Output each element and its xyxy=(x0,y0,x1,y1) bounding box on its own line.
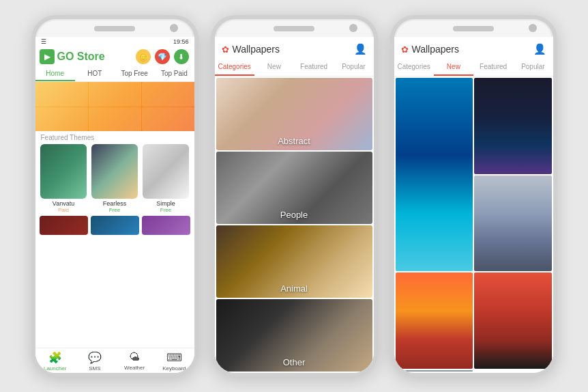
grid-item-ocean[interactable] xyxy=(396,78,473,271)
category-other[interactable]: Other xyxy=(216,299,372,372)
category-abstract-label: Abstract xyxy=(278,136,310,146)
theme-simple-img xyxy=(143,144,189,199)
wp-title-text-2: Wallpapers xyxy=(233,44,280,55)
more-theme-1[interactable] xyxy=(40,216,88,235)
app-header: ▶ GO Store 🪙 💎 ⬇ xyxy=(35,46,194,67)
coins-icon[interactable]: 🪙 xyxy=(136,49,151,64)
theme-fearless-img xyxy=(91,144,138,199)
featured-themes-label: Featured Themes xyxy=(35,131,194,143)
status-time: 19:56 xyxy=(173,38,189,45)
tab-categories-3[interactable]: Categories xyxy=(394,59,434,76)
phone-3-wallpapers-new: ✿ Wallpapers 👤 Categories New Featured P… xyxy=(390,15,557,377)
theme-vanvatu[interactable]: Vanvatu Paid xyxy=(40,144,88,213)
keyboard-label: Keyboard xyxy=(162,365,186,372)
tab-new-2[interactable]: New xyxy=(254,59,294,76)
header-icons: 🪙 💎 ⬇ xyxy=(136,49,189,64)
category-people-label: People xyxy=(280,210,308,220)
theme-vanvatu-img xyxy=(40,144,87,199)
grid-item-windmill[interactable] xyxy=(396,272,473,369)
status-bar: ☰ 19:56 xyxy=(35,37,194,46)
phone-1-go-store: ☰ 19:56 ▶ GO Store 🪙 💎 ⬇ Home HOT Top Fr… xyxy=(31,15,199,377)
sms-label: SMS xyxy=(89,365,100,372)
theme-vanvatu-name: Vanvatu xyxy=(53,200,74,207)
more-themes-row xyxy=(35,214,194,236)
download-icon[interactable]: ⬇ xyxy=(174,49,189,64)
status-icons-left: ☰ xyxy=(41,38,46,45)
theme-simple-price: Free xyxy=(160,207,171,213)
wp-title-text-3: Wallpapers xyxy=(412,44,460,55)
more-theme-2[interactable] xyxy=(91,216,139,235)
wp-tabs-3: Categories New Featured Popular xyxy=(394,59,553,76)
tab-popular-3[interactable]: Popular xyxy=(513,59,553,76)
tab-featured-2[interactable]: Featured xyxy=(294,59,334,76)
wp-header-3: ✿ Wallpapers 👤 xyxy=(394,40,553,59)
nav-top-paid[interactable]: Top Paid xyxy=(154,67,194,81)
wp-header-2: ✿ Wallpapers 👤 xyxy=(215,40,374,59)
theme-fearless-price: Free xyxy=(109,207,120,213)
launcher-icon: 🧩 xyxy=(48,351,62,364)
wallpaper-grid xyxy=(394,76,553,373)
grid-item-city[interactable] xyxy=(474,78,552,174)
weather-label: Weather xyxy=(124,365,145,371)
grid-item-arch[interactable] xyxy=(474,176,552,272)
category-other-label: Other xyxy=(283,357,306,367)
nav-hot[interactable]: HOT xyxy=(75,67,115,81)
logo-letter: ▶ xyxy=(44,53,50,61)
bottom-nav-keyboard[interactable]: ⌨ Keyboard xyxy=(154,351,194,372)
app-title: GO Store xyxy=(57,51,105,63)
theme-fearless-name: Fearless xyxy=(103,200,127,207)
wp-tabs-2: Categories New Featured Popular xyxy=(215,59,374,76)
grid-item-gate[interactable] xyxy=(474,272,552,369)
tab-featured-3[interactable]: Featured xyxy=(473,59,513,76)
category-animal-label: Animal xyxy=(280,283,308,294)
theme-simple-name: Simple xyxy=(156,200,175,207)
themes-grid: Vanvatu Paid Fearless Free Simple Free xyxy=(35,143,194,214)
bottom-nav: 🧩 Launcher 💬 SMS 🌤 Weather ⌨ Keyboard xyxy=(35,348,194,373)
search-icon-2[interactable]: 👤 xyxy=(354,43,367,55)
logo-icon: ▶ xyxy=(40,49,55,64)
weather-icon: 🌤 xyxy=(129,351,140,363)
tab-popular-2[interactable]: Popular xyxy=(334,59,373,76)
wp-title-3: ✿ Wallpapers xyxy=(401,44,460,55)
bottom-nav-launcher[interactable]: 🧩 Launcher xyxy=(35,351,75,372)
more-theme-3[interactable] xyxy=(142,216,190,235)
theme-vanvatu-price: Paid xyxy=(58,207,69,213)
category-animal[interactable]: Animal xyxy=(216,225,372,298)
promo-banner[interactable] xyxy=(35,82,194,131)
theme-simple[interactable]: Simple Free xyxy=(142,144,190,213)
tab-categories-2[interactable]: Categories xyxy=(215,59,254,76)
gem-icon[interactable]: 💎 xyxy=(155,49,170,64)
tab-new-3[interactable]: New xyxy=(434,59,473,76)
category-abstract[interactable]: Abstract xyxy=(216,78,372,150)
launcher-label: Launcher xyxy=(44,365,66,372)
wp-title-2: ✿ Wallpapers xyxy=(222,44,280,55)
sms-icon: 💬 xyxy=(88,351,102,364)
categories-list: Abstract People Animal Other xyxy=(215,76,374,373)
bottom-nav-weather[interactable]: 🌤 Weather xyxy=(115,351,154,372)
nav-top-free[interactable]: Top Free xyxy=(115,67,154,81)
search-icon-3[interactable]: 👤 xyxy=(533,43,546,55)
nav-home[interactable]: Home xyxy=(35,67,75,81)
go-store-logo: ▶ GO Store xyxy=(40,49,105,64)
category-people[interactable]: People xyxy=(216,152,372,224)
banner-grid-bg xyxy=(35,82,194,131)
flower-icon-3: ✿ xyxy=(401,44,409,55)
bottom-nav-sms[interactable]: 💬 SMS xyxy=(75,351,115,372)
theme-fearless[interactable]: Fearless Free xyxy=(91,144,139,213)
keyboard-icon: ⌨ xyxy=(166,351,182,364)
flower-icon-2: ✿ xyxy=(222,44,229,55)
phone-2-wallpapers-categories: ✿ Wallpapers 👤 Categories New Featured P… xyxy=(211,15,378,377)
grid-item-road[interactable] xyxy=(396,370,473,372)
top-nav: Home HOT Top Free Top Paid xyxy=(35,67,194,82)
